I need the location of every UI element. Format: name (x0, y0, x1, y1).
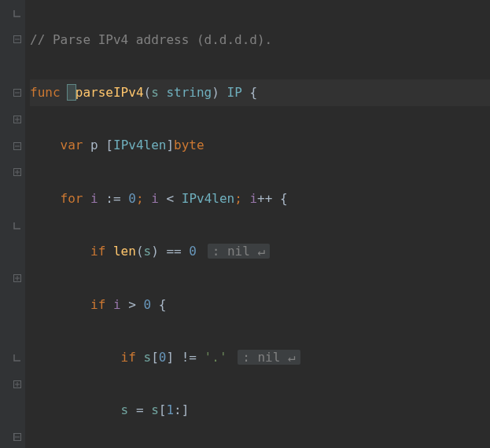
code-line[interactable]: // Parse IPv4 address (d.d.d.d). (30, 27, 490, 53)
gutter (0, 0, 25, 448)
folded-region[interactable]: : nil ↵ (238, 350, 300, 365)
fold-end-icon[interactable] (13, 9, 22, 18)
code-line[interactable]: s = s[1:] (30, 397, 490, 424)
fold-end-icon[interactable] (13, 221, 22, 230)
folded-region[interactable]: : nil ↵ (208, 244, 270, 259)
code-line[interactable]: for i := 0; i < IPv4len; i++ { (30, 185, 490, 212)
fold-minus-icon[interactable] (13, 141, 22, 151)
fold-minus-icon[interactable] (13, 35, 22, 44)
code-line[interactable]: if len(s) == 0 : nil ↵ (30, 238, 490, 265)
fold-plus-icon[interactable] (13, 274, 22, 283)
fold-plus-icon[interactable] (13, 380, 22, 389)
code-line[interactable]: if s[0] != '.' : nil ↵ (30, 344, 490, 371)
fold-plus-icon[interactable] (13, 167, 22, 177)
fold-plus-icon[interactable] (13, 115, 22, 124)
fold-end-icon[interactable] (13, 432, 22, 442)
cursor (68, 85, 76, 100)
fold-end-icon[interactable] (13, 353, 22, 362)
comment-text: // Parse IPv4 address (d.d.d.d). (30, 32, 272, 47)
code-line[interactable]: func parseIPv4(s string) IP { (30, 79, 490, 106)
fold-minus-icon[interactable] (13, 88, 22, 97)
code-line[interactable]: if i > 0 { (30, 292, 490, 318)
code-line[interactable]: var p [IPv4len]byte (30, 132, 490, 159)
code-editor[interactable]: // Parse IPv4 address (d.d.d.d). func pa… (25, 0, 490, 448)
